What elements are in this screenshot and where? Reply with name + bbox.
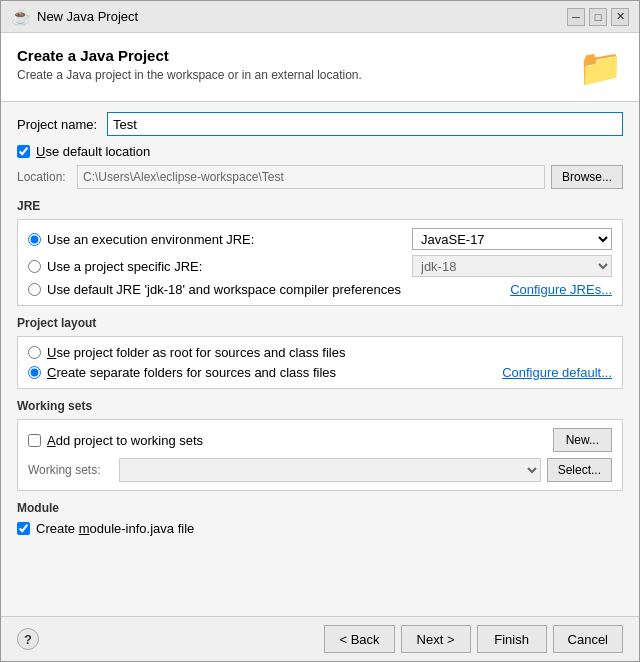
- cancel-button[interactable]: Cancel: [553, 625, 623, 653]
- project-layout-box: Use project folder as root for sources a…: [17, 336, 623, 389]
- working-sets-select-row: Working sets: Select...: [28, 458, 612, 482]
- footer: ? < Back Next > Finish Cancel: [1, 616, 639, 661]
- jre-option1-label: Use an execution environment JRE:: [28, 232, 412, 247]
- footer-right: < Back Next > Finish Cancel: [324, 625, 623, 653]
- window-title: New Java Project: [37, 9, 138, 24]
- add-to-working-sets-row: Add project to working sets New...: [28, 428, 612, 452]
- layout-option2-radio[interactable]: [28, 366, 41, 379]
- module-section-label: Module: [17, 501, 623, 515]
- jre-option3-label: Use default JRE 'jdk-18' and workspace c…: [28, 282, 510, 297]
- jre-option1-text: Use an execution environment JRE:: [47, 232, 254, 247]
- create-module-label: Create module-info.java file: [36, 521, 194, 536]
- layout-option2-label: Create separate folders for sources and …: [28, 365, 502, 380]
- jre-option2-dropdown[interactable]: jdk-18: [412, 255, 612, 277]
- use-default-location-label: Use default location: [36, 144, 150, 159]
- jre-option3-text: Use default JRE 'jdk-18' and workspace c…: [47, 282, 401, 297]
- project-layout-label: Project layout: [17, 316, 623, 330]
- location-row: Location: Browse...: [17, 165, 623, 189]
- jre-option2-radio[interactable]: [28, 260, 41, 273]
- header-subtitle: Create a Java project in the workspace o…: [17, 68, 362, 82]
- working-sets-section-label: Working sets: [17, 399, 623, 413]
- use-default-location-row: Use default location: [17, 144, 623, 159]
- layout-option2-row: Create separate folders for sources and …: [28, 365, 612, 380]
- window-icon: ☕: [11, 7, 31, 26]
- jre-option2-text: Use a project specific JRE:: [47, 259, 202, 274]
- use-default-location-checkbox[interactable]: [17, 145, 30, 158]
- add-to-working-sets-label: Add project to working sets: [47, 433, 203, 448]
- jre-option3-row: Use default JRE 'jdk-18' and workspace c…: [28, 282, 612, 297]
- location-label: Location:: [17, 170, 77, 184]
- layout-option1-text: Use project folder as root for sources a…: [47, 345, 345, 360]
- content-area: Project name: Use default location Locat…: [1, 102, 639, 616]
- close-button[interactable]: ✕: [611, 8, 629, 26]
- header-icon: 📁: [578, 47, 623, 89]
- project-name-label: Project name:: [17, 117, 107, 132]
- maximize-button[interactable]: □: [589, 8, 607, 26]
- configure-default-link[interactable]: Configure default...: [502, 365, 612, 380]
- header-area: Create a Java Project Create a Java proj…: [1, 33, 639, 102]
- project-name-input[interactable]: [107, 112, 623, 136]
- working-sets-dropdown[interactable]: [119, 458, 541, 482]
- project-name-row: Project name:: [17, 112, 623, 136]
- jre-option1-dropdown[interactable]: JavaSE-17: [412, 228, 612, 250]
- finish-button[interactable]: Finish: [477, 625, 547, 653]
- jre-section-label: JRE: [17, 199, 623, 213]
- jre-section-box: Use an execution environment JRE: JavaSE…: [17, 219, 623, 306]
- jre-option2-label: Use a project specific JRE:: [28, 259, 412, 274]
- browse-button[interactable]: Browse...: [551, 165, 623, 189]
- layout-option2-text: Create separate folders for sources and …: [47, 365, 336, 380]
- select-working-set-button[interactable]: Select...: [547, 458, 612, 482]
- title-bar: ☕ New Java Project ─ □ ✕: [1, 1, 639, 33]
- working-sets-box: Add project to working sets New... Worki…: [17, 419, 623, 491]
- main-window: ☕ New Java Project ─ □ ✕ Create a Java P…: [0, 0, 640, 662]
- jre-option2-row: Use a project specific JRE: jdk-18: [28, 255, 612, 277]
- header-text: Create a Java Project Create a Java proj…: [17, 47, 362, 82]
- new-working-set-button[interactable]: New...: [553, 428, 612, 452]
- create-module-checkbox[interactable]: [17, 522, 30, 535]
- minimize-button[interactable]: ─: [567, 8, 585, 26]
- title-bar-left: ☕ New Java Project: [11, 7, 138, 26]
- configure-jres-link[interactable]: Configure JREs...: [510, 282, 612, 297]
- add-to-working-sets-check: Add project to working sets: [28, 433, 553, 448]
- title-bar-controls: ─ □ ✕: [567, 8, 629, 26]
- create-module-row: Create module-info.java file: [17, 521, 623, 536]
- jre-option1-radio[interactable]: [28, 233, 41, 246]
- layout-option1-radio[interactable]: [28, 346, 41, 359]
- back-button[interactable]: < Back: [324, 625, 394, 653]
- add-to-working-sets-checkbox[interactable]: [28, 434, 41, 447]
- location-input[interactable]: [77, 165, 545, 189]
- layout-option1-row: Use project folder as root for sources a…: [28, 345, 612, 360]
- jre-option3-radio[interactable]: [28, 283, 41, 296]
- header-title: Create a Java Project: [17, 47, 362, 64]
- footer-left: ?: [17, 628, 39, 650]
- help-button[interactable]: ?: [17, 628, 39, 650]
- jre-option1-row: Use an execution environment JRE: JavaSE…: [28, 228, 612, 250]
- next-button[interactable]: Next >: [401, 625, 471, 653]
- working-sets-label: Working sets:: [28, 463, 113, 477]
